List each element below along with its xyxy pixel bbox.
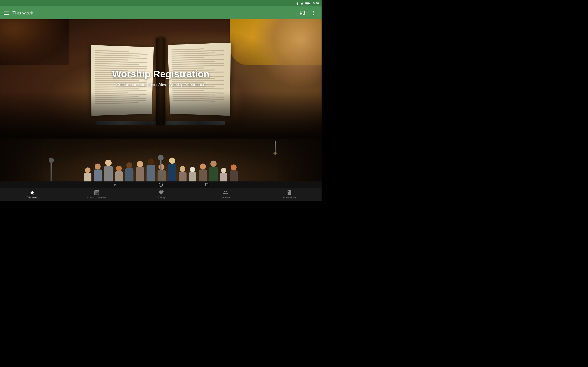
nav-connect[interactable]: Connect [212,189,239,200]
nav-this-week[interactable]: This week [18,189,46,200]
status-bar: 10:26 [0,0,321,6]
more-options-button[interactable] [309,8,318,17]
choir-left-shadow [0,139,46,188]
hero-section: Worship Registration Celebration and Chr… [0,19,321,139]
recents-button[interactable] [204,182,209,187]
svg-point-10 [313,14,314,15]
hero-text-area: Worship Registration Celebration and Chr… [112,69,209,87]
back-button[interactable] [112,182,117,187]
hero-title: Worship Registration [112,69,209,80]
main-content: Worship Registration Celebration and Chr… [0,19,321,188]
menu-button[interactable] [4,11,9,15]
svg-rect-3 [302,2,303,4]
hero-subtitle: Celebration and Christ Alive Worship Att… [112,82,209,87]
svg-point-8 [313,11,314,12]
choir-right-shadow [276,139,321,188]
svg-rect-2 [302,3,302,4]
battery-icon [305,2,310,5]
svg-rect-6 [306,2,309,4]
nav-audio-bible-label: Audio Bible [283,196,296,199]
svg-point-9 [313,12,314,13]
svg-rect-13 [97,192,98,193]
nav-church-calendar-label: Church Calendar [87,196,106,199]
home-button[interactable] [158,182,163,187]
bottom-nav: This week Church Calendar Giving Connect [0,188,321,201]
svg-rect-15 [96,193,97,194]
nav-giving[interactable]: Giving [147,189,175,200]
svg-rect-12 [96,192,97,193]
nav-connect-label: Connect [221,196,230,199]
app-bar: This week [0,6,321,19]
svg-rect-1 [301,3,301,4]
choir-container [0,139,321,188]
nav-church-calendar[interactable]: Church Calendar [82,189,111,200]
hand-overlay [253,19,321,88]
nav-this-week-label: This week [26,196,38,199]
cast-button[interactable] [298,8,307,17]
choir-section [0,139,321,188]
svg-point-0 [297,4,298,5]
page-title: This week [12,10,298,16]
nav-audio-bible[interactable]: Audio Bible [276,189,303,200]
svg-rect-7 [309,3,310,4]
svg-rect-11 [95,192,96,193]
wifi-icon [296,2,299,5]
signal-icon [301,2,304,5]
clock: 10:26 [311,2,319,5]
svg-rect-14 [95,193,96,194]
nav-giving-label: Giving [157,196,165,199]
svg-rect-4 [303,2,303,4]
bottom-gradient [0,93,321,139]
system-nav-bar [0,181,321,188]
